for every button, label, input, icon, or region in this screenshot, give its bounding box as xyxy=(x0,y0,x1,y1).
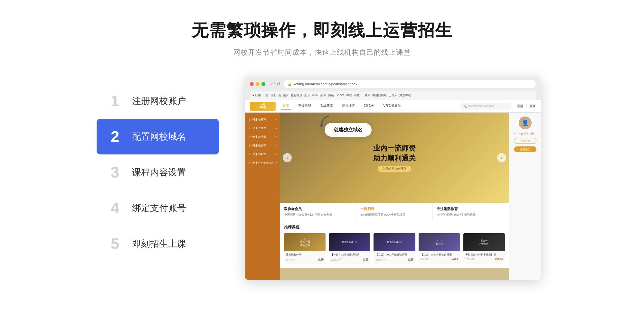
steps-panel: 1 注册网校账户 2 配置网校域名 3 课程内容设置 4 绑定支付账号 5 即刻… xyxy=(97,77,219,262)
sidebar-cat-6[interactable]: 【一级】注册消防工程 › xyxy=(245,159,280,167)
course-thumb-2: 精选试听课一级 xyxy=(329,233,370,251)
sidebar-cat-4[interactable]: 【一级】强化课 › xyxy=(245,141,280,150)
login-link[interactable]: 登录 xyxy=(529,104,536,108)
site-nav-community[interactable]: 问答社区 xyxy=(340,102,357,110)
content-area: 1 注册网校账户 2 配置网校域名 3 课程内容设置 4 绑定支付账号 5 即刻… xyxy=(97,77,547,280)
step-item-1[interactable]: 1 注册网校账户 xyxy=(97,83,219,119)
search-icon: 🔍 xyxy=(463,105,467,108)
site-nav-3d[interactable]: 3D实例 xyxy=(362,102,376,110)
course-students-4: 30人学习 xyxy=(421,258,430,261)
course-name-5: 考前三合一冲刺串讲集训课 xyxy=(465,253,503,256)
course-thumb-5: 三合一冲刺集训 xyxy=(463,233,505,251)
back-button[interactable]: ‹ xyxy=(271,81,273,87)
course-price-2: 免费 xyxy=(363,258,368,262)
course-students-5: 122人学习 xyxy=(465,258,476,261)
hero-tag: · 名师辅导 少走弯路 · xyxy=(378,166,412,172)
toolbar-item: LOGO xyxy=(336,94,344,97)
sidebar-cat-3[interactable]: 【一级】精品课 › xyxy=(245,133,280,141)
course-students-3: 5420人学习 xyxy=(375,258,387,262)
sidebar-cat-2[interactable]: 【一级】专享课 › xyxy=(245,124,280,133)
step-label-3: 课程内容设置 xyxy=(132,166,186,179)
courses-section: 推荐课程 20通关学员经验分享 通关经验分享 387人学习 免费 xyxy=(280,221,509,268)
chevron-right-icon: › xyxy=(276,135,277,138)
step-label-1: 注册网校账户 xyxy=(132,95,186,107)
step-item-4[interactable]: 4 绑定支付账号 xyxy=(97,190,219,226)
page-subtitle: 网校开发节省时间成本，快速上线机构自己的线上课堂 xyxy=(192,48,452,57)
page-title: 无需繁琐操作，即刻线上运营招生 xyxy=(192,19,452,42)
register-link[interactable]: 注册 xyxy=(517,104,523,108)
site-nav: 首页 开设班型 实战题库 问答社区 3D实例 VR实景教学 xyxy=(281,102,455,110)
search-placeholder: 搜索课程内容或讲师的 xyxy=(468,104,494,108)
course-name-1: 通关经验分享 xyxy=(286,253,324,256)
course-info-1: 通关经验分享 387人学习 免费 xyxy=(284,251,326,264)
address-text: ketang.aboatedu.com/s/pc/#/home/index xyxy=(293,82,357,86)
site-nav-practice[interactable]: 实战题库 xyxy=(318,102,335,110)
feature-title-3: 专注消防教育 xyxy=(437,207,505,211)
site-logo: 一网网教育 xyxy=(250,102,276,111)
course-thumb-4: 2021前导课 xyxy=(419,233,460,251)
site-body: 【一级】公开课 › 【一级】专享课 › 【一级】精品课 › 【一级】强化课 xyxy=(245,113,541,280)
sidebar-cat-1[interactable]: 【一级】公开课 › xyxy=(245,115,280,124)
course-meta-1: 387人学习 免费 xyxy=(286,258,324,262)
site-nav-courses[interactable]: 开设班型 xyxy=(296,102,313,110)
course-meta-4: 30人学习 ¥699 xyxy=(421,258,458,261)
profile-login-button[interactable]: 立即登录 xyxy=(514,138,536,144)
step-number-4: 4 xyxy=(107,199,123,217)
hero-next-button[interactable]: › xyxy=(497,153,506,162)
chevron-right-icon: › xyxy=(276,153,277,156)
course-price-3: 免费 xyxy=(408,258,413,262)
course-meta-2: 9936人学习 免费 xyxy=(331,258,368,262)
course-name-3: 【二级】2021年精选试听课 xyxy=(375,253,413,256)
avatar: 👤 xyxy=(519,116,532,129)
step-item-3[interactable]: 3 课程内容设置 xyxy=(97,154,219,190)
site-nav-home[interactable]: 首页 xyxy=(281,102,291,110)
course-price-4: ¥699 xyxy=(452,258,458,261)
step-number-5: 5 xyxy=(107,235,123,253)
feature-title-2: 一流师资 xyxy=(360,207,429,211)
course-card-5[interactable]: 三合一冲刺集训 考前三合一冲刺串讲集训课 122人学习 ¥6000 xyxy=(463,233,505,264)
hero-banner: 业内一流师资助力顺利通关 · 名师辅导 少走弯路 · ‹ › xyxy=(280,113,509,203)
toolbar-item: 已导入 xyxy=(389,93,397,97)
site-profile: 👤 Hi，一起来学习吧！ 立即登录 免费注册 xyxy=(509,113,541,280)
course-info-5: 考前三合一冲刺串讲集训课 122人学习 ¥6000 xyxy=(463,251,505,263)
step-label-2: 配置网校域名 xyxy=(132,131,186,143)
address-bar[interactable]: 🔒 ketang.aboatedu.com/s/pc/#/home/index xyxy=(284,80,536,88)
page-wrapper: 无需繁琐操作，即刻线上运营招生 网校开发节省时间成本，快速上线机构自己的线上课堂… xyxy=(0,0,644,315)
sidebar-cat-5[interactable]: 【一级】冲刺课 › xyxy=(245,150,280,159)
toolbar-item: 图片 xyxy=(283,93,289,97)
course-card-2[interactable]: 精选试听课一级 【一级】21年精选试听课 9936人学习 免费 xyxy=(329,233,370,264)
course-info-4: 【二级】2021年新生前导课 30人学习 ¥699 xyxy=(419,251,460,263)
forward-button[interactable]: › xyxy=(274,81,276,87)
feature-desc-2: 80%硕博师资团队 500+个精品课程 xyxy=(360,213,429,217)
hero-title: 业内一流师资助力顺利通关 xyxy=(373,144,416,163)
refresh-button[interactable]: ↺ xyxy=(277,81,280,87)
feature-desc-3: 7年行业经验 10W+学员的选择 xyxy=(437,213,505,217)
course-card-1[interactable]: 20通关学员经验分享 通关经验分享 387人学习 免费 xyxy=(284,233,326,264)
feature-card-2: 一流师资 80%硕博师资团队 500+个精品课程 xyxy=(356,203,433,221)
feature-title-1: 双协会会员 xyxy=(284,207,352,211)
step-label-5: 即刻招生上课 xyxy=(132,238,186,250)
course-card-4[interactable]: 2021前导课 【二级】2021年新生前导课 30人学习 ¥699 xyxy=(419,233,460,264)
course-students-2: 9936人学习 xyxy=(331,258,343,262)
course-name-2: 【一级】21年精选试听课 xyxy=(331,253,368,256)
step-label-4: 绑定支付账号 xyxy=(132,202,186,214)
step-item-5[interactable]: 5 即刻招生上课 xyxy=(97,226,219,262)
course-card-3[interactable]: 精选试听课二级 【二级】2021年精选试听课 5420人学习 免费 xyxy=(374,233,415,264)
site-nav-vr[interactable]: VR实景教学 xyxy=(382,102,403,110)
browser-dots xyxy=(250,82,265,86)
toolbar-item: 工具集 xyxy=(362,93,370,97)
course-name-4: 【二级】2021年新生前导课 xyxy=(421,253,458,256)
feature-desc-1: 中国消防协会会员+北京消防协会会员 xyxy=(284,213,352,217)
lock-icon: 🔒 xyxy=(288,82,291,86)
toolbar-item: sketch插件 xyxy=(312,93,326,97)
toolbar-item: 画 xyxy=(278,93,281,97)
site-main-area: 业内一流师资助力顺利通关 · 名师辅导 少走弯路 · ‹ › 双协会会员 中国消… xyxy=(280,113,509,280)
auth-divider: | xyxy=(526,104,527,108)
course-students-1: 387人学习 xyxy=(286,258,297,262)
profile-register-button[interactable]: 免费注册 xyxy=(514,146,536,152)
course-info-3: 【二级】2021年精选试听课 5420人学习 免费 xyxy=(374,251,415,264)
site-search[interactable]: 🔍 搜索课程内容或讲师的 xyxy=(460,103,512,110)
hero-prev-button[interactable]: ‹ xyxy=(283,153,292,162)
browser-top-bar: ‹ › ↺ 🔒 ketang.aboatedu.com/s/pc/#/home/… xyxy=(250,80,536,88)
step-item-2[interactable]: 2 配置网校域名 xyxy=(97,119,219,154)
